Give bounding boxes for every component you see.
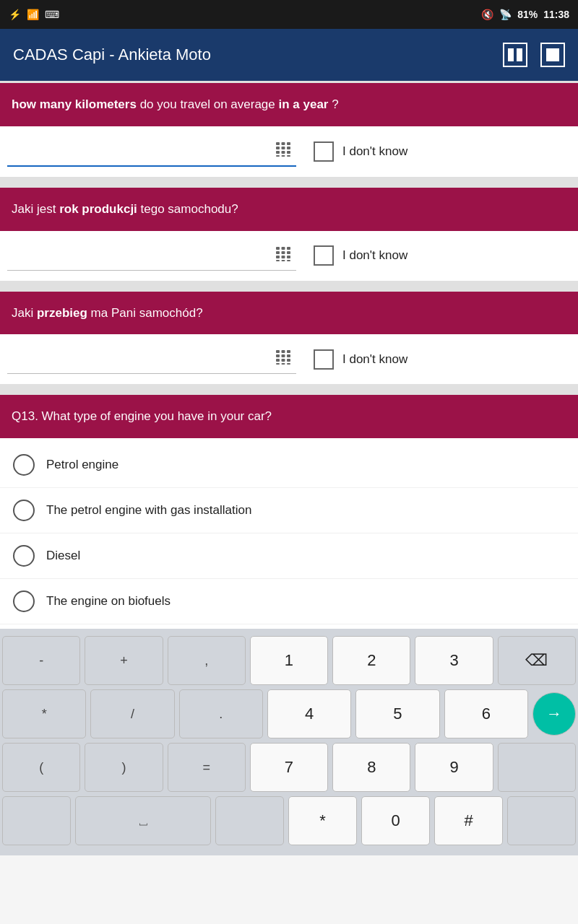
q2-header: Jaki jest rok produkcji tego samochodu? [0,188,578,231]
usb-icon: ⚡ [9,9,21,20]
svg-rect-27 [276,354,280,357]
kb-6[interactable]: 6 [444,689,528,738]
engine-option-diesel[interactable]: Diesel [0,533,578,579]
kb-row-3: ( ) = 7 8 9 [0,741,578,793]
svg-rect-11 [287,155,290,157]
stop-icon [546,48,559,61]
radio-petrol-circle [13,454,35,476]
kb-row-1: - + , 1 2 3 ⌫ [0,635,578,687]
status-right-info: 🔇 📡 81% 11:38 [481,9,569,20]
kb-5[interactable]: 5 [355,689,439,738]
sim-icon: 📶 [27,9,39,20]
svg-rect-35 [287,363,290,365]
kb-space[interactable]: ⎵ [75,796,211,845]
q3-text-post: ma Pani samochód? [91,306,203,320]
kb-close-paren[interactable]: ) [85,743,163,792]
kb-enter[interactable]: → [532,692,576,736]
kb-8[interactable]: 8 [332,743,410,792]
q1-text-bold: how many kilometers [12,97,137,111]
q2-text-bold: rok produkcji [59,202,137,216]
svg-rect-0 [276,142,280,145]
kb-dot[interactable]: . [179,689,263,738]
kb-4[interactable]: 4 [267,689,351,738]
engine-question-label: Q13. What type of engine you have in you… [12,409,272,423]
kb-comma[interactable]: , [168,636,246,685]
gap1 [0,178,578,188]
svg-rect-31 [282,359,285,362]
kb-0[interactable]: 0 [361,796,430,845]
kb-9[interactable]: 9 [415,743,493,792]
radio-biofuels-label: The engine on biofuels [46,594,171,609]
kb-empty-slot [498,743,576,792]
q3-checkbox-area: I don't know [303,349,571,370]
wifi-icon: 📡 [499,9,512,20]
q1-input[interactable] [7,136,270,162]
q2-input-row: I don't know [0,231,578,282]
svg-rect-7 [282,151,285,154]
radio-diesel-label: Diesel [46,549,80,563]
q3-text-bold: przebieg [37,306,87,320]
q1-header: how many kilometers do you travel on ave… [0,83,578,126]
svg-rect-16 [282,251,285,254]
keyboard-icon: ⌨ [45,9,59,20]
svg-rect-5 [287,147,290,149]
q3-text-pre: Jaki [12,306,37,320]
kb-slash[interactable]: / [90,689,174,738]
keyboard: - + , 1 2 3 ⌫ * / . 4 5 6 → ( ) = 7 8 9 … [0,629,578,855]
q3-numpad-icon[interactable] [270,344,296,370]
kb-minus[interactable]: - [2,636,80,685]
pause-button[interactable] [503,43,527,67]
svg-rect-9 [276,155,280,157]
svg-rect-17 [287,251,290,254]
engine-options: Petrol engine The petrol engine with gas… [0,438,578,629]
q2-input[interactable] [7,241,270,267]
kb-3[interactable]: 3 [415,636,493,685]
svg-rect-1 [282,142,285,145]
q3-input[interactable] [7,344,270,370]
svg-rect-13 [282,247,285,250]
q2-checkbox-area: I don't know [303,245,571,266]
kb-star[interactable]: * [288,796,357,845]
svg-rect-20 [287,256,290,258]
q1-checkbox[interactable] [314,141,334,162]
kb-asterisk[interactable]: * [2,689,86,738]
svg-rect-26 [287,350,290,353]
svg-rect-30 [276,359,280,362]
q1-numpad-icon[interactable] [270,136,296,162]
radio-petrol-label: Petrol engine [46,458,118,472]
q2-numpad-icon[interactable] [270,241,296,267]
svg-rect-34 [282,363,285,365]
q1-input-wrap [7,136,296,167]
svg-rect-25 [282,350,285,353]
q3-checkbox-label: I don't know [342,352,407,367]
status-left-icons: ⚡ 📶 ⌨ [9,9,59,20]
q3-input-row: I don't know [0,334,578,385]
kb-1[interactable]: 1 [250,636,328,685]
svg-rect-10 [282,155,285,157]
q3-input-wrap [7,344,296,374]
q1-text-bold2: in a year [278,97,328,111]
kb-equals[interactable]: = [168,743,246,792]
stop-button[interactable] [540,43,565,67]
engine-option-petrol-gas[interactable]: The petrol engine with gas installation [0,488,578,533]
engine-option-biofuels[interactable]: The engine on biofuels [0,579,578,624]
kb-row-4: ⎵ * 0 # [0,795,578,847]
kb-7[interactable]: 7 [250,743,328,792]
svg-rect-22 [282,260,285,261]
kb-empty-left [2,796,71,845]
svg-rect-32 [287,359,290,362]
radio-petrol-gas-circle [13,500,35,521]
kb-hash[interactable]: # [434,796,503,845]
q1-text-end: ? [332,97,338,111]
gap3 [0,385,578,395]
battery-level: 81% [517,9,538,20]
q2-checkbox[interactable] [314,245,334,266]
engine-question-header: Q13. What type of engine you have in you… [0,395,578,438]
kb-backspace[interactable]: ⌫ [498,636,576,685]
kb-plus[interactable]: + [85,636,163,685]
kb-open-paren[interactable]: ( [2,743,80,792]
kb-2[interactable]: 2 [332,636,410,685]
q3-checkbox[interactable] [314,349,334,370]
kb-empty-right [215,796,284,845]
engine-option-petrol[interactable]: Petrol engine [0,443,578,488]
